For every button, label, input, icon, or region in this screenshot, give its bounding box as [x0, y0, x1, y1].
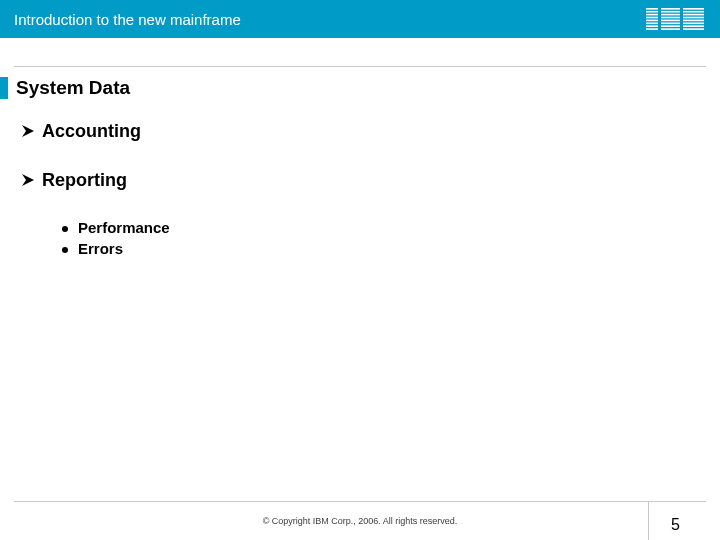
sub-list: Performance Errors — [20, 219, 720, 257]
arrow-bullet-icon — [20, 123, 36, 139]
svg-rect-5 — [646, 23, 704, 25]
title-accent-bar — [0, 77, 8, 99]
header-title: Introduction to the new mainframe — [14, 11, 241, 28]
bullet-label: Reporting — [42, 170, 127, 191]
page-number: 5 — [671, 516, 680, 540]
svg-rect-2 — [646, 14, 704, 16]
sub-bullet-item: Performance — [62, 219, 720, 236]
svg-rect-8 — [658, 8, 661, 30]
ibm-logo — [646, 8, 704, 30]
svg-rect-6 — [646, 25, 704, 27]
sub-bullet-label: Performance — [78, 219, 170, 236]
page-number-block: 5 — [648, 502, 680, 540]
dot-bullet-icon — [62, 226, 68, 232]
svg-rect-1 — [646, 11, 704, 13]
header-bar: Introduction to the new mainframe — [0, 0, 720, 38]
bullet-label: Accounting — [42, 121, 141, 142]
content-area: Accounting Reporting Performance Errors — [0, 99, 720, 257]
svg-marker-10 — [22, 125, 34, 137]
bullet-item: Accounting — [20, 121, 720, 142]
svg-rect-4 — [646, 20, 704, 22]
sub-bullet-item: Errors — [62, 240, 720, 257]
divider — [14, 66, 706, 67]
slide: Introduction to the new mainframe — [0, 0, 720, 540]
svg-rect-0 — [646, 8, 704, 10]
arrow-bullet-icon — [20, 172, 36, 188]
svg-rect-3 — [646, 17, 704, 19]
dot-bullet-icon — [62, 247, 68, 253]
footer-divider — [14, 501, 706, 502]
svg-rect-7 — [646, 28, 704, 30]
svg-marker-11 — [22, 174, 34, 186]
copyright-text: © Copyright IBM Corp., 2006. All rights … — [0, 516, 720, 526]
svg-rect-9 — [680, 8, 683, 30]
slide-title: System Data — [16, 77, 130, 99]
title-row: System Data — [0, 77, 720, 99]
bullet-item: Reporting — [20, 170, 720, 191]
sub-bullet-label: Errors — [78, 240, 123, 257]
